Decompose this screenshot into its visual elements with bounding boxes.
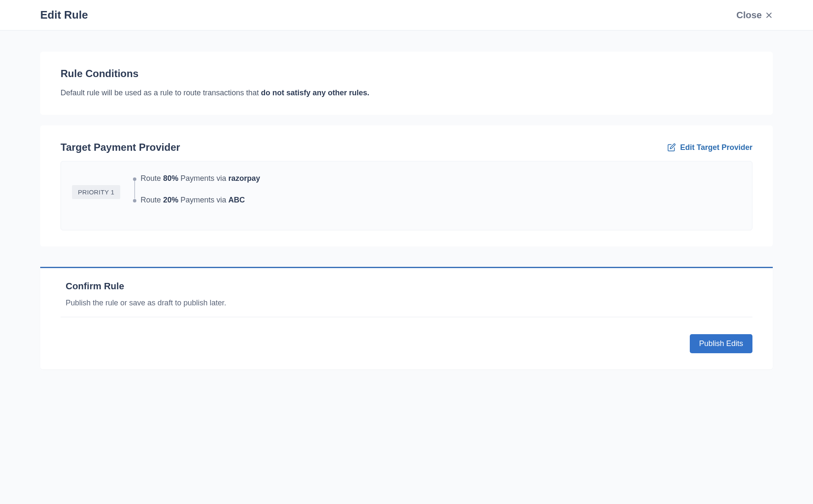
edit-target-provider-button[interactable]: Edit Target Provider bbox=[667, 143, 752, 152]
confirm-rule-card: Confirm Rule Publish the rule or save as… bbox=[40, 267, 773, 369]
route-percent: 80% bbox=[163, 174, 178, 183]
route-dot-icon bbox=[133, 199, 136, 202]
edit-target-provider-label: Edit Target Provider bbox=[680, 143, 752, 152]
rule-conditions-subtext-prefix: Default rule will be used as a rule to r… bbox=[61, 89, 261, 97]
route-item: Route 20% Payments via ABC bbox=[141, 196, 260, 205]
page-title: Edit Rule bbox=[40, 8, 88, 22]
route-item: Route 80% Payments via razorpay bbox=[141, 174, 260, 183]
route-percent: 20% bbox=[163, 196, 178, 204]
confirm-rule-title: Confirm Rule bbox=[61, 281, 752, 292]
confirm-rule-subtext: Publish the rule or save as draft to pub… bbox=[61, 299, 752, 317]
routes-list: Route 80% Payments via razorpay Route 20… bbox=[133, 174, 260, 205]
close-button[interactable]: Close bbox=[736, 10, 773, 21]
route-middle: Payments via bbox=[178, 174, 228, 183]
provider-box: PRIORITY 1 Route 80% Payments via razorp… bbox=[61, 161, 752, 230]
route-middle: Payments via bbox=[178, 196, 228, 204]
rule-conditions-card: Rule Conditions Default rule will be use… bbox=[40, 52, 773, 115]
close-label: Close bbox=[736, 10, 762, 21]
confirm-actions: Publish Edits bbox=[61, 317, 752, 353]
route-provider: ABC bbox=[228, 196, 245, 204]
route-prefix: Route bbox=[141, 196, 163, 204]
target-provider-card: Target Payment Provider Edit Target Prov… bbox=[40, 125, 773, 246]
page-header: Edit Rule Close bbox=[0, 0, 813, 30]
publish-edits-button[interactable]: Publish Edits bbox=[690, 334, 752, 353]
main-container: Rule Conditions Default rule will be use… bbox=[0, 30, 813, 386]
rule-conditions-title: Rule Conditions bbox=[61, 68, 752, 80]
close-icon bbox=[765, 11, 773, 19]
route-prefix: Route bbox=[141, 174, 163, 183]
target-provider-title: Target Payment Provider bbox=[61, 141, 180, 153]
edit-icon bbox=[667, 143, 676, 152]
rule-conditions-subtext: Default rule will be used as a rule to r… bbox=[61, 87, 752, 99]
target-provider-header: Target Payment Provider Edit Target Prov… bbox=[61, 141, 752, 153]
route-provider: razorpay bbox=[228, 174, 260, 183]
route-connector-line bbox=[134, 179, 135, 199]
priority-badge: PRIORITY 1 bbox=[72, 185, 120, 199]
rule-conditions-subtext-strong: do not satisfy any other rules. bbox=[261, 89, 369, 97]
route-dot-icon bbox=[133, 177, 136, 181]
